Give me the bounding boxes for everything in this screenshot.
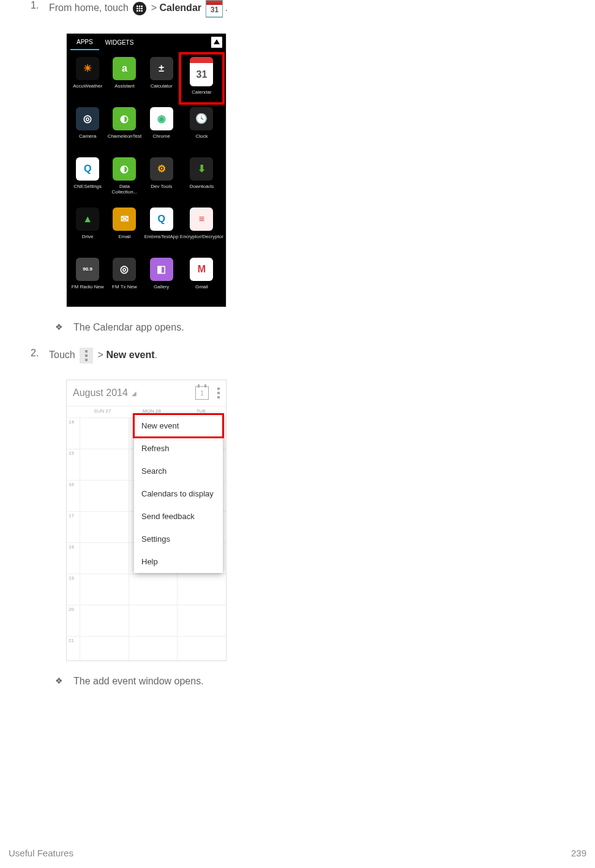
- app-label: Encryptor/Decryptor: [180, 234, 223, 240]
- app-icon: 31: [190, 57, 213, 86]
- hour-label: 15: [67, 449, 80, 480]
- tab-widgets: WIDGETS: [99, 36, 140, 50]
- hour-label: 16: [67, 481, 80, 511]
- app-label: Downloads: [190, 184, 214, 190]
- app-icon: ≡: [190, 208, 213, 231]
- app-item: QCNESettings: [69, 154, 106, 204]
- app-icon: ✉: [113, 208, 136, 231]
- apps-grid: ☀AccuWeatheraAssistant±Calculator31Calen…: [67, 51, 226, 307]
- app-item: ⬇Downloads: [180, 154, 223, 204]
- hour-row: 19: [67, 574, 226, 605]
- app-label: FM Tx New: [112, 285, 137, 290]
- app-item: ◐Data Collection...: [106, 154, 143, 204]
- app-icon: ▲: [76, 208, 99, 231]
- app-label: Gmail: [195, 285, 208, 290]
- app-icon: ☀: [76, 57, 99, 80]
- app-label: EmbmsTestApp: [144, 234, 179, 240]
- step-1-bold: Calendar: [160, 2, 201, 13]
- app-label: Assistant: [114, 84, 134, 89]
- app-item: 31Calendar: [180, 53, 223, 103]
- play-store-icon: [211, 37, 222, 48]
- step-2-result: ❖ The add event window opens.: [18, 676, 577, 687]
- app-icon: ±: [150, 57, 173, 80]
- overflow-icon: [217, 387, 220, 398]
- app-item: ◎FM Tx New: [106, 254, 143, 304]
- step-2-number: 2.: [31, 348, 49, 364]
- calendar-header: August 2014 ◢ 1: [67, 380, 226, 406]
- hour-label: 20: [67, 605, 80, 636]
- overflow-menu-icon: [80, 348, 93, 364]
- menu-item: Send feedback: [134, 505, 223, 528]
- app-icon: ◉: [150, 107, 173, 130]
- step-1: 1. From home, touch > Calendar 31.: [18, 0, 577, 17]
- app-icon: Q: [76, 157, 99, 181]
- calendar-31-icon: 31: [206, 0, 223, 17]
- app-icon: M: [190, 258, 213, 281]
- app-icon: ⬇: [190, 157, 213, 181]
- app-item: QEmbmsTestApp: [143, 204, 180, 254]
- apps-grid-icon: [133, 2, 146, 15]
- app-label: Camera: [79, 134, 96, 140]
- app-icon: ◐: [113, 157, 136, 181]
- app-icon: ◐: [113, 107, 136, 130]
- step-1-result-text: The Calendar app opens.: [73, 322, 577, 333]
- app-icon: 90.9: [76, 258, 99, 281]
- step-1-result: ❖ The Calendar app opens.: [18, 322, 577, 333]
- menu-item: Calendars to display: [134, 482, 223, 505]
- menu-item: Settings: [134, 528, 223, 550]
- app-label: Clock: [195, 134, 208, 140]
- app-icon: a: [113, 57, 136, 80]
- tab-apps: APPS: [70, 35, 99, 50]
- result-bullet-icon: ❖: [55, 322, 73, 333]
- app-item: ≡Encryptor/Decryptor: [180, 204, 223, 254]
- app-label: Email: [118, 234, 130, 240]
- app-item: ◎Camera: [69, 103, 106, 154]
- app-item: ◐ChameleonTest: [106, 103, 143, 154]
- hour-label: 14: [67, 418, 80, 449]
- footer-page: 239: [571, 848, 586, 858]
- menu-item: New event: [134, 414, 223, 437]
- app-icon: ⚙: [150, 157, 173, 181]
- app-label: Drive: [82, 234, 94, 240]
- dropdown-caret-icon: ◢: [132, 390, 137, 397]
- day-header-cell: SUN 27: [78, 406, 127, 417]
- hour-label: 21: [67, 637, 80, 661]
- hour-row: 20: [67, 605, 226, 637]
- app-label: Data Collection...: [106, 184, 143, 195]
- step-2-sep: >: [98, 350, 103, 360]
- menu-item: Search: [134, 460, 223, 482]
- today-icon: 1: [195, 386, 209, 400]
- step-1-number: 1.: [31, 0, 49, 17]
- screenshot-app-drawer: APPS WIDGETS ☀AccuWeatheraAssistant±Calc…: [66, 33, 226, 307]
- app-item: 90.9FM Radio New: [69, 254, 106, 304]
- app-item: ◉Chrome: [143, 103, 180, 154]
- result-bullet-icon: ❖: [55, 676, 73, 687]
- step-2-result-text: The add event window opens.: [73, 676, 577, 687]
- app-label: FM Radio New: [72, 285, 104, 290]
- app-icon: ◎: [113, 258, 136, 281]
- app-item: ☀AccuWeather: [69, 53, 106, 103]
- app-icon: Q: [150, 208, 173, 231]
- app-item: 🕓Clock: [180, 103, 223, 154]
- page-footer: Useful Features 239: [9, 848, 586, 858]
- step-1-period: .: [225, 2, 227, 13]
- app-item: ◧Gallery: [143, 254, 180, 304]
- step-2-pre: Touch: [49, 350, 75, 360]
- step-2: 2. Touch > New event.: [18, 348, 577, 364]
- hour-label: 18: [67, 543, 80, 574]
- app-label: Dev Tools: [151, 184, 172, 190]
- app-label: ChameleonTest: [108, 134, 142, 140]
- app-item: ✉Email: [106, 204, 143, 254]
- app-item: ▲Drive: [69, 204, 106, 254]
- step-1-pre: From home, touch: [49, 2, 129, 13]
- app-icon: ◎: [76, 107, 99, 130]
- screenshot-calendar-menu: August 2014 ◢ 1 SUN 27MON 28TUE 14151617…: [66, 380, 226, 661]
- app-label: Chrome: [152, 134, 170, 140]
- app-icon: 🕓: [190, 107, 213, 130]
- hour-row: 21: [67, 637, 226, 661]
- app-label: AccuWeather: [73, 84, 102, 89]
- hour-label: 17: [67, 512, 80, 542]
- app-label: Calendar: [192, 90, 211, 95]
- app-label: CNESettings: [73, 184, 102, 190]
- app-label: Gallery: [154, 285, 169, 290]
